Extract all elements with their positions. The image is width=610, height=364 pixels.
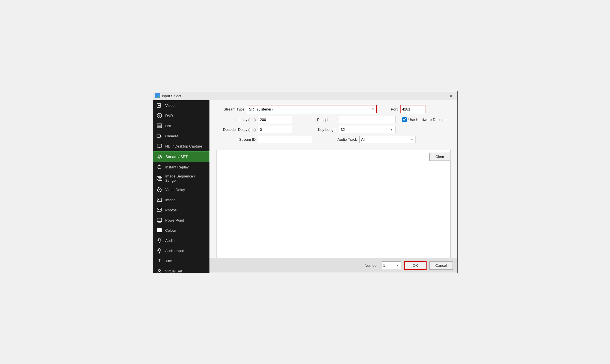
passphrase-input[interactable]	[339, 116, 395, 123]
svg-point-21	[159, 157, 160, 159]
sidebar-item-audio-input[interactable]: Audio Input	[153, 246, 209, 256]
decoder-delay-key-length-row: Decoder Delay (ms) Key Length 16 24 32	[216, 126, 451, 133]
stream-id-audio-track-row: Stream ID Audio Track All 1 2 3 4	[216, 136, 451, 143]
svg-point-8	[159, 115, 160, 116]
content-area: Video DVD	[153, 100, 457, 273]
close-button[interactable]: ✕	[447, 93, 455, 99]
title-bar: Input Select ✕	[153, 91, 457, 100]
sidebar-label-powerpoint: PowerPoint	[165, 218, 184, 222]
main-window: Input Select ✕ Video	[153, 91, 458, 273]
svg-marker-22	[159, 164, 161, 166]
svg-rect-40	[159, 238, 160, 241]
sidebar-label-colour: Colour	[165, 228, 176, 233]
key-length-select[interactable]: 16 24 32	[339, 126, 395, 133]
sidebar-item-powerpoint[interactable]: PowerPoint	[153, 215, 209, 225]
sidebar-label-dvd: DVD	[165, 114, 173, 118]
svg-rect-1	[158, 94, 159, 96]
svg-rect-18	[157, 144, 162, 147]
photos-icon	[156, 207, 163, 213]
key-length-label: Key Length	[303, 127, 337, 132]
latency-input[interactable]	[258, 116, 292, 123]
svg-point-48	[158, 269, 161, 272]
port-label: Port	[384, 107, 398, 111]
sidebar-item-video[interactable]: Video	[153, 100, 209, 110]
list-icon	[156, 123, 163, 129]
passphrase-label: Passphrase	[303, 118, 337, 122]
sidebar-label-image: Image	[165, 198, 176, 202]
svg-rect-35	[157, 218, 162, 222]
decoder-delay-input[interactable]	[258, 126, 292, 133]
svg-rect-39	[157, 228, 162, 232]
stream-type-row: Stream Type SRT (Listener) SRT (Caller) …	[216, 105, 451, 113]
stream-id-label: Stream ID	[216, 137, 256, 142]
sidebar-item-dvd[interactable]: DVD	[153, 110, 209, 121]
port-input[interactable]	[400, 105, 425, 113]
cancel-button[interactable]: Cancel	[429, 261, 453, 270]
stream-type-label: Stream Type	[216, 107, 245, 111]
form-area: Stream Type SRT (Listener) SRT (Caller) …	[209, 100, 457, 150]
video-delay-icon	[156, 187, 163, 193]
clear-button[interactable]: Clear	[429, 153, 450, 161]
sidebar-label-list: List	[165, 124, 171, 128]
image-icon	[156, 197, 163, 203]
main-content: Stream Type SRT (Listener) SRT (Caller) …	[209, 100, 457, 273]
sidebar-item-instant-replay[interactable]: Instant Replay	[153, 162, 209, 172]
sidebar: Video DVD	[153, 100, 209, 273]
stream-icon	[157, 153, 163, 160]
window-title: Input Select	[162, 94, 181, 98]
stream-type-select-wrapper: SRT (Listener) SRT (Caller) RTMP UDP	[247, 105, 377, 113]
bottom-bar: Number 1 2 3 4 OK Cancel	[209, 258, 457, 273]
camera-icon	[156, 133, 163, 139]
audio-track-select[interactable]: All 1 2 3 4	[359, 136, 416, 143]
audio-input-icon	[156, 248, 163, 254]
hardware-decoder-label: Use Hardware Decoder	[408, 118, 447, 122]
audio-icon	[156, 237, 163, 244]
instant-replay-icon	[156, 164, 163, 170]
number-label: Number	[365, 263, 378, 268]
number-select[interactable]: 1 2 3 4	[382, 261, 401, 269]
sidebar-label-title: Title	[165, 259, 172, 263]
svg-point-34	[158, 209, 159, 209]
sidebar-label-audio-input: Audio Input	[165, 249, 184, 253]
svg-point-25	[159, 178, 159, 179]
sidebar-label-ndi: NDI / Desktop Capture	[165, 144, 202, 148]
sidebar-item-video-delay[interactable]: Video Delay	[153, 185, 209, 195]
audio-track-label: Audio Track	[323, 137, 357, 142]
latency-passphrase-row: Latency (ms) Passphrase Use Hardware Dec…	[216, 116, 451, 123]
app-icon	[155, 93, 160, 98]
sidebar-label-audio: Audio	[165, 239, 175, 243]
sidebar-item-title[interactable]: T Title	[153, 256, 209, 266]
sidebar-item-photos[interactable]: Photos	[153, 205, 209, 215]
sidebar-item-list[interactable]: List	[153, 121, 209, 131]
svg-rect-16	[157, 135, 161, 137]
ndi-icon	[156, 143, 163, 149]
hardware-decoder-checkbox-label[interactable]: Use Hardware Decoder	[402, 117, 447, 122]
sidebar-item-audio[interactable]: Audio	[153, 235, 209, 246]
stream-id-input[interactable]	[258, 136, 312, 143]
sidebar-label-video-delay: Video Delay	[165, 188, 185, 192]
colour-icon	[156, 227, 163, 233]
sidebar-label-stream: Stream / SRT	[166, 155, 188, 159]
sidebar-item-image-sequence[interactable]: Image Sequence / Stinger	[153, 172, 209, 185]
sidebar-item-ndi[interactable]: NDI / Desktop Capture	[153, 141, 209, 151]
sidebar-item-image[interactable]: Image	[153, 195, 209, 205]
sidebar-item-camera[interactable]: Camera	[153, 131, 209, 141]
sidebar-item-stream[interactable]: Stream / SRT	[153, 151, 209, 162]
powerpoint-icon	[156, 217, 163, 223]
dvd-icon	[156, 112, 163, 119]
sidebar-item-colour[interactable]: Colour	[153, 225, 209, 235]
sidebar-label-virtual-set: Virtual Set	[165, 269, 182, 273]
video-icon	[156, 102, 163, 109]
ok-button[interactable]: OK	[404, 261, 427, 270]
latency-label: Latency (ms)	[216, 118, 256, 122]
svg-marker-5	[158, 105, 160, 106]
svg-line-28	[159, 190, 160, 190]
sidebar-item-virtual-set[interactable]: Virtual Set	[153, 266, 209, 273]
number-dropdown-wrapper: 1 2 3 4	[382, 261, 401, 269]
title-icon: T	[156, 258, 163, 264]
svg-rect-2	[156, 96, 157, 97]
svg-rect-3	[158, 96, 159, 97]
stream-type-select[interactable]: SRT (Listener) SRT (Caller) RTMP UDP	[247, 105, 377, 113]
preview-area: Clear	[216, 150, 451, 258]
hardware-decoder-checkbox[interactable]	[402, 117, 407, 122]
